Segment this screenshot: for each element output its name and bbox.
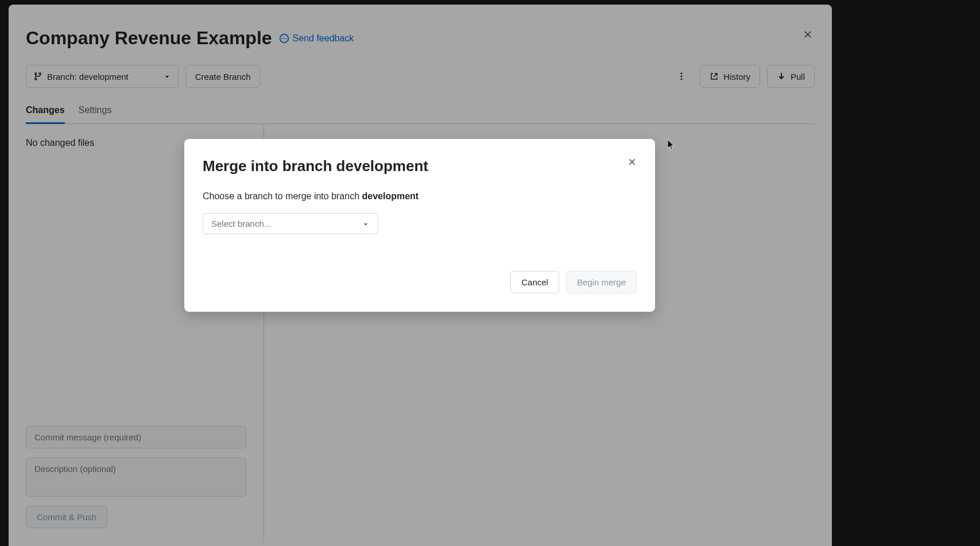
modal-title: Merge into branch development: [203, 157, 637, 175]
chevron-down-icon: [362, 220, 370, 228]
modal-description-prefix: Choose a branch to merge into branch: [203, 191, 362, 201]
modal-close-button[interactable]: [625, 155, 639, 169]
branch-select[interactable]: Select branch...: [203, 213, 378, 234]
merge-modal: Merge into branch development Choose a b…: [184, 139, 655, 312]
begin-merge-label: Begin merge: [577, 277, 626, 287]
modal-overlay[interactable]: Merge into branch development Choose a b…: [0, 0, 980, 546]
branch-select-placeholder: Select branch...: [211, 219, 271, 229]
begin-merge-button[interactable]: Begin merge: [566, 271, 637, 293]
cancel-button[interactable]: Cancel: [510, 271, 559, 293]
modal-description-branch: development: [362, 191, 419, 201]
close-icon: [627, 157, 637, 167]
modal-description: Choose a branch to merge into branch dev…: [203, 191, 637, 202]
modal-footer: Cancel Begin merge: [203, 271, 637, 293]
cancel-label: Cancel: [521, 277, 548, 287]
